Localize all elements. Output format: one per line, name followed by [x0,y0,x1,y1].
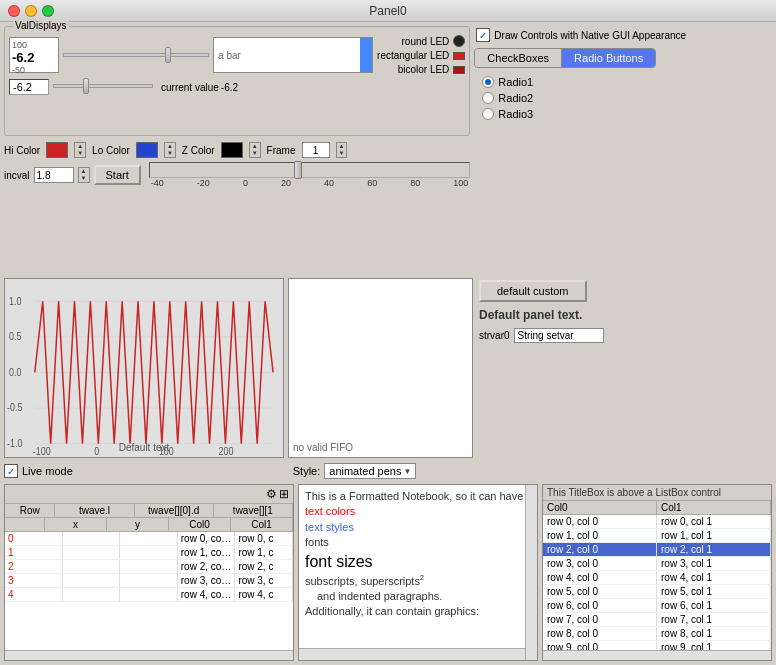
table-row[interactable]: 4 row 4, col 0 row 4, c [5,588,293,602]
table-row[interactable]: 2 row 2, col 0 row 2, c [5,560,293,574]
z-color-up[interactable]: ▲ [250,143,260,150]
list-item[interactable]: row 7, col 0 row 7, col 1 [543,613,771,627]
table-row[interactable]: 0 row 0, col 0 row 0, c [5,532,293,546]
lb-cell-9-1: row 9, col 1 [657,641,771,650]
dropdown-arrow-icon: ▼ [403,467,411,476]
list-item[interactable]: row 4, col 0 row 4, col 1 [543,571,771,585]
table-col-headers: Row twave.l twave[][0].d twave[][1 [5,504,293,518]
lb-cell-7-1: row 7, col 1 [657,613,771,626]
live-mode-checkbox[interactable]: ✓ [4,464,18,478]
hi-color-spinner[interactable]: ▲ ▼ [74,142,86,158]
listbox-area: This TitleBox is above a ListBox control… [542,484,772,661]
val-main: -6.2 [12,50,56,65]
graph-svg: 1.0 0.5 0.0 -0.5 -1.0 -100 0 100 200 [5,279,283,457]
start-button[interactable]: Start [94,165,141,185]
lo-color-down[interactable]: ▼ [165,150,175,157]
table-row[interactable]: 1 row 1, col 0 row 1, c [5,546,293,560]
strvar-input[interactable] [514,328,604,343]
frame-up[interactable]: ▲ [337,143,347,150]
scale-track[interactable] [149,162,471,178]
table-hscrollbar[interactable] [5,650,293,660]
lb-col0-header: Col0 [543,501,657,514]
radio-button-2[interactable] [482,92,494,104]
tab-radio-buttons[interactable]: Radio Buttons [562,49,655,67]
notebook-hscrollbar[interactable] [299,648,525,660]
radio-label-3: Radio3 [498,108,533,120]
list-item[interactable]: row 2, col 0 row 2, col 1 [543,543,771,557]
frame-spinner[interactable]: ▲ ▼ [336,142,348,158]
default-custom-button[interactable]: default custom [479,280,587,302]
notebook-content: This is a Formatted Notebook, so it can … [299,485,537,660]
close-button[interactable] [8,5,20,17]
z-color-swatch[interactable] [221,142,243,158]
sub-idx [5,518,45,531]
gear-icon[interactable]: ⚙ [266,487,277,501]
hi-color-swatch[interactable] [46,142,68,158]
hi-color-down[interactable]: ▼ [75,150,85,157]
val-bot: -50 [12,65,56,75]
list-item[interactable]: row 8, col 0 row 8, col 1 [543,627,771,641]
table-controls[interactable]: ⚙ ⊞ [262,485,293,503]
bar-fill [360,38,372,72]
sub-x: x [45,518,107,531]
z-color-spinner[interactable]: ▲ ▼ [249,142,261,158]
maximize-button[interactable] [42,5,54,17]
row-y-3 [120,574,178,587]
bar-label: a bar [218,50,241,61]
led-round [453,35,465,47]
incval-input[interactable] [34,167,74,183]
table-row[interactable]: 3 row 3, col 0 row 3, c [5,574,293,588]
style-dropdown[interactable]: animated pens ▼ [324,463,416,479]
radio-button-3[interactable] [482,108,494,120]
lb-cell-8-1: row 8, col 1 [657,627,771,640]
lo-color-up[interactable]: ▲ [165,143,175,150]
radio-row-2: Radio2 [482,92,764,104]
notebook-vscrollbar[interactable] [525,485,537,660]
table-icon[interactable]: ⊞ [279,487,289,501]
frame-down[interactable]: ▼ [337,150,347,157]
radio-button-1[interactable] [482,76,494,88]
led-bicolor-label: bicolor LED [398,64,450,75]
hi-color-up[interactable]: ▲ [75,143,85,150]
row-idx-0: 0 [5,532,63,545]
list-item[interactable]: row 5, col 0 row 5, col 1 [543,585,771,599]
svg-text:0.0: 0.0 [9,366,21,378]
lb-cell-8-0: row 8, col 0 [543,627,657,640]
window-controls [8,5,54,17]
lb-cell-2-1: row 2, col 1 [657,543,771,556]
right-panel-mid: default custom Default panel text. strva… [477,278,772,458]
top-section: ValDisplays 100 -6.2 -50 a bar [4,26,772,276]
row-col1-1: row 1, c [235,546,293,559]
titlebar: Panel0 [0,0,776,22]
scale-slider[interactable]: -40 -20 0 20 40 60 80 100 [149,162,471,188]
list-item[interactable]: row 6, col 0 row 6, col 1 [543,599,771,613]
live-mode-label: Live mode [22,465,73,477]
list-item[interactable]: row 0, col 0 row 0, col 1 [543,515,771,529]
row-col1-0: row 0, c [235,532,293,545]
lo-color-spinner[interactable]: ▲ ▼ [164,142,176,158]
tab-checkboxes[interactable]: CheckBoxes [475,49,562,67]
row-col1-2: row 2, c [235,560,293,573]
lb-cell-5-0: row 5, col 0 [543,585,657,598]
list-item[interactable]: row 1, col 0 row 1, col 1 [543,529,771,543]
radio-row-1: Radio1 [482,76,764,88]
list-item[interactable]: row 9, col 0 row 9, col 1 [543,641,771,650]
row-y-0 [120,532,178,545]
frame-label: Frame [267,145,296,156]
z-color-down[interactable]: ▼ [250,150,260,157]
nb-subscripts: subscripts, superscripts2 [305,573,531,589]
controls-row: ✓ Live mode Style: animated pens ▼ [4,460,772,482]
listbox-hscrollbar[interactable] [543,650,771,660]
list-item[interactable]: row 3, col 0 row 3, col 1 [543,557,771,571]
lo-color-swatch[interactable] [136,142,158,158]
fifo-label: no valid FIFO [291,440,470,455]
native-gui-checkbox[interactable]: ✓ [476,28,490,42]
nb-fonts: fonts [305,535,531,550]
frame-input[interactable]: 1 [302,142,330,158]
minimize-button[interactable] [25,5,37,17]
listbox-title: This TitleBox is above a ListBox control [543,485,771,501]
incval-spinner[interactable]: ▲ ▼ [78,167,90,183]
radio-label-2: Radio2 [498,92,533,104]
slider1-container[interactable] [63,47,209,63]
listbox-body: row 0, col 0 row 0, col 1 row 1, col 0 r… [543,515,771,650]
